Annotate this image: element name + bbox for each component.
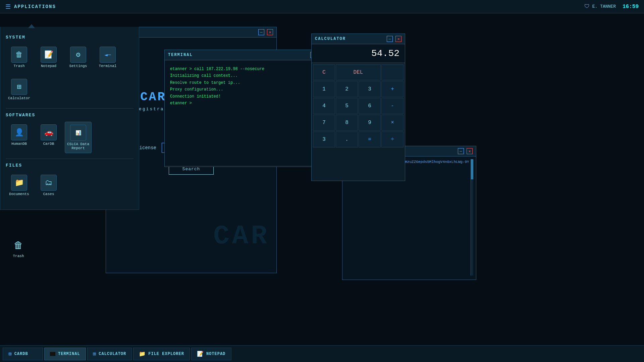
- terminal-line-1: etanner > call 187.222.19.98 --nosecure: [170, 66, 323, 72]
- terminal-line-4: Proxy configuration...: [170, 86, 323, 93]
- menu-item-cslca[interactable]: 📊 CSLCA Data Report: [65, 122, 92, 153]
- fileexplorer-taskbar-label: FILE EXPLORER: [148, 352, 184, 356]
- notepad-controls: ─ ✕: [458, 148, 473, 154]
- software-icons-row: 👤 HumanDB 🚗 CarDB 📊 CSLCA Data Report: [6, 122, 133, 153]
- calc-8-btn[interactable]: 8: [336, 115, 358, 131]
- cslca-label: CSLCA Data Report: [66, 142, 90, 150]
- trash-label: Trash: [13, 64, 24, 68]
- taskbar-terminal[interactable]: TERMINAL: [44, 348, 86, 360]
- calc-title: CALCULATOR: [315, 37, 346, 41]
- calc-close-btn[interactable]: ✕: [395, 36, 401, 42]
- calc-3-btn[interactable]: 3: [359, 81, 381, 97]
- calc-titlebar: CALCULATOR ─ ✕: [312, 34, 405, 44]
- calc-dot-btn[interactable]: .: [336, 131, 358, 147]
- terminal-line-5: Connection initiated!: [170, 93, 323, 100]
- calc-equals-btn[interactable]: =: [359, 131, 381, 147]
- system-section-title: SYSTEM: [6, 35, 133, 40]
- terminal-body: etanner > call 187.222.19.98 --nosecure …: [165, 60, 328, 165]
- calc-1-btn[interactable]: 1: [313, 81, 335, 97]
- calc-4-btn[interactable]: 4: [313, 98, 335, 114]
- calc-5-btn[interactable]: 5: [336, 98, 358, 114]
- calc-9-btn[interactable]: 9: [359, 115, 381, 131]
- calc-buttons: C DEL 1 2 3 + 4 5 6 - 7 8 9 × 3 . = ÷: [312, 63, 405, 149]
- files-section-title: FILES: [6, 163, 133, 168]
- terminal-taskbar-label: TERMINAL: [58, 352, 80, 356]
- menu-item-notepad[interactable]: 📝 Notepad: [35, 44, 62, 71]
- divider2: [6, 159, 133, 159]
- file-icons-row: 📁 Documents 🗂 Cases: [6, 172, 133, 199]
- taskbar-notepad[interactable]: 📝 NOTEPAD: [191, 348, 231, 360]
- calc-7-btn[interactable]: 7: [313, 115, 335, 131]
- trash-icon: 🗑: [11, 47, 27, 63]
- calc-div-btn[interactable]: ÷: [381, 131, 404, 147]
- terminal-window: TERMINAL ─ ✕ etanner > call 187.222.19.9…: [164, 50, 329, 167]
- system-icons-row: 🗑 Trash 📝 Notepad ⚙ Settings ◄─ Terminal: [6, 44, 133, 71]
- softwares-section-title: SOFTWARES: [6, 113, 133, 118]
- settings-icon: ⚙: [70, 47, 86, 63]
- notepad-scrollbar[interactable]: [471, 159, 473, 276]
- cardb-minimize-btn[interactable]: ─: [258, 29, 264, 35]
- cardb-taskbar-label: CARDB: [14, 352, 28, 356]
- calculator-icon: ⊞: [11, 79, 27, 95]
- terminal-title: TERMINAL: [168, 53, 193, 57]
- notepad-icon: 📝: [41, 47, 57, 63]
- notepad-close-btn[interactable]: ✕: [467, 148, 473, 154]
- shield-icon: 🛡: [584, 3, 590, 10]
- cardb-taskbar-icon: ⊞: [8, 351, 12, 357]
- notepad-taskbar-label: NOTEPAD: [206, 352, 225, 356]
- notepad-label: Notepad: [41, 64, 56, 68]
- documents-label: Documents: [9, 192, 29, 196]
- system-icons-row2: ⊞ Calculator: [6, 76, 133, 103]
- taskbar-cardb[interactable]: ⊞ CARDB: [3, 348, 43, 360]
- calculator-taskbar-label: CALCULATOR: [99, 352, 126, 356]
- calc-c-btn[interactable]: C: [313, 64, 335, 80]
- calc-display: 54.52: [312, 44, 405, 63]
- desktop-trash-icon[interactable]: 🗑 Trash: [7, 238, 30, 258]
- notepad-minimize-btn[interactable]: ─: [458, 148, 464, 154]
- terminal-line-6: etanner >: [170, 100, 323, 107]
- terminal-line-2: Initializing call context...: [170, 72, 323, 79]
- trash-desktop-label: Trash: [13, 254, 24, 258]
- menu-item-trash[interactable]: 🗑 Trash: [6, 44, 33, 71]
- calc-minimize-btn[interactable]: ─: [387, 36, 393, 42]
- app-menu-arrow: [28, 24, 35, 28]
- user-info: 🛡 E. TANNER: [584, 3, 616, 10]
- cardb-close-btn[interactable]: ✕: [267, 29, 273, 35]
- taskbar-fileexplorer[interactable]: 📁 FILE EXPLORER: [133, 348, 190, 360]
- calc-misc-btn[interactable]: 3: [313, 131, 335, 147]
- humandb-label: HumanDB: [11, 142, 27, 146]
- calc-plus-btn[interactable]: +: [381, 81, 404, 97]
- calc-mul-btn[interactable]: ×: [381, 115, 404, 131]
- terminal-taskbar-icon: [50, 352, 55, 356]
- cardb-watermark: CAR: [213, 221, 270, 251]
- menu-item-humandb[interactable]: 👤 HumanDB: [6, 122, 33, 153]
- calculator-taskbar-icon: ⊞: [93, 351, 96, 357]
- top-bar: ☰ APPLICATIONS 🛡 E. TANNER 16:59: [0, 0, 644, 13]
- app-title: APPLICATIONS: [14, 4, 56, 9]
- username: E. TANNER: [592, 4, 616, 9]
- notepad-scroll-thumb[interactable]: [471, 159, 473, 179]
- menu-item-cardb[interactable]: 🚗 CarDB: [35, 122, 62, 153]
- hamburger-menu[interactable]: ☰: [5, 3, 11, 10]
- calc-minus-btn[interactable]: -: [381, 98, 404, 114]
- menu-item-settings[interactable]: ⚙ Settings: [65, 44, 92, 71]
- notepad-taskbar-icon: 📝: [197, 351, 204, 357]
- menu-item-terminal[interactable]: ◄─ Terminal: [94, 44, 121, 71]
- calc-6-btn[interactable]: 6: [359, 98, 381, 114]
- terminal-label: Terminal: [99, 64, 117, 68]
- terminal-icon: ◄─: [100, 47, 116, 63]
- documents-icon: 📁: [11, 175, 27, 191]
- calc-controls: ─ ✕: [387, 36, 401, 42]
- menu-item-calculator[interactable]: ⊞ Calculator: [6, 76, 33, 103]
- taskbar-calculator[interactable]: ⊞ CALCULATOR: [87, 348, 132, 360]
- fileexplorer-taskbar-icon: 📁: [139, 351, 146, 357]
- calc-empty1: [381, 64, 404, 80]
- terminal-line-3: Resolve route to target ip...: [170, 79, 323, 86]
- trash-desktop-icon: 🗑: [11, 238, 26, 253]
- terminal-titlebar: TERMINAL ─ ✕: [165, 50, 328, 60]
- calc-2-btn[interactable]: 2: [336, 81, 358, 97]
- menu-item-cases[interactable]: 🗂 Cases: [35, 172, 62, 199]
- menu-item-documents[interactable]: 📁 Documents: [6, 172, 33, 199]
- calc-del-btn[interactable]: DEL: [336, 64, 381, 80]
- divider1: [6, 108, 133, 109]
